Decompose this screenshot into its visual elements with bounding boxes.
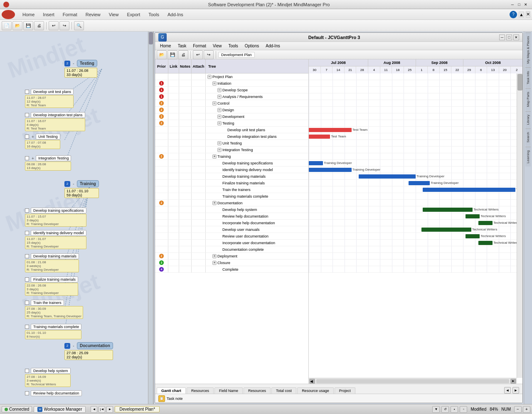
gt-expand-btn[interactable]: + (212, 201, 217, 205)
close-btn[interactable]: ✕ (523, 2, 529, 7)
vscroll-thumb[interactable] (517, 74, 522, 91)
gantt-tree-row[interactable]: 2−Control (155, 100, 308, 107)
status-view1-icon[interactable]: ▪ (451, 406, 458, 413)
task-label[interactable]: Develop training specifications (31, 208, 86, 213)
gantt-tree-row[interactable]: Develop unit test plans (155, 127, 308, 133)
task-help-system[interactable]: Develop help system 27.08 : 16.09 3 week… (25, 368, 71, 387)
hscroll-track[interactable] (316, 379, 509, 383)
task-label[interactable]: Develop help system (31, 368, 71, 374)
task-finalize-materials[interactable]: Finalize training materials 22.08 : 26.0… (25, 277, 78, 296)
tb-zoom-in[interactable]: 🔍 (74, 21, 84, 30)
tab-nav-left[interactable]: ◄ (504, 387, 511, 394)
cb-finalize[interactable] (25, 277, 29, 282)
testing-label[interactable]: Testing (77, 60, 97, 67)
gantt-close[interactable]: ✕ (513, 34, 519, 40)
task-integration-test-plans[interactable]: Develop integration test plans 11.07 : 1… (25, 112, 85, 131)
hscroll-btn-left[interactable]: ◄ (309, 379, 315, 384)
task-label[interactable]: Train the trainers (31, 300, 64, 306)
window-controls[interactable]: ─ □ ✕ (510, 2, 529, 7)
tb-print[interactable]: 🖨 (34, 21, 44, 30)
side-panel-mymaps[interactable]: My Maps & Places (525, 32, 531, 67)
nav-prev-tab[interactable]: ◄ (91, 406, 97, 413)
gantt-tree-row[interactable]: 1−Develop Scope (155, 87, 308, 93)
gt-expand-btn[interactable]: − (217, 141, 222, 145)
gantt-hscroll[interactable]: ◄ ► (309, 378, 517, 384)
gantt-tree-row[interactable]: 3+Closure (155, 260, 308, 266)
gantt-tree-row[interactable]: −Project Plan (155, 73, 308, 80)
gantt-tree-row[interactable]: 2−Development (155, 113, 308, 120)
gt-expand-btn[interactable]: − (217, 148, 222, 152)
gm-addins[interactable]: Add-Ins (262, 43, 283, 49)
training-node[interactable]: 2 - Training 11.07 : 01.10 59 day(s) (64, 180, 99, 198)
maximize-btn[interactable]: □ (516, 2, 522, 7)
task-train-spec[interactable]: Develop training specifications 11.07 : … (25, 208, 86, 227)
gantt-bar[interactable] (466, 234, 480, 238)
cb-delivery-model[interactable] (25, 231, 29, 235)
gt-expand-btn[interactable]: + (212, 254, 217, 258)
mm-scroll-thumb[interactable] (149, 32, 153, 44)
task-label[interactable]: Develop training materials (31, 253, 79, 259)
side-panel-mapparts[interactable]: Map Parts (525, 88, 531, 110)
gantt-tree-row[interactable]: Incorporate user documentation (155, 240, 308, 246)
gantt-tree-row[interactable]: Develop integration test plans (155, 133, 308, 140)
gantt-bar[interactable] (309, 161, 323, 165)
cb-int-testing[interactable] (25, 156, 29, 160)
tab-gantt-chart[interactable]: Gantt chart (157, 387, 186, 394)
gantt-tree-row[interactable]: Train the trainers (155, 186, 308, 193)
gantt-bars-area[interactable]: Test TeamTest TeamTraining DeveloperTrai… (309, 73, 522, 384)
gantt-tree-row[interactable]: Documentation complete (155, 246, 308, 253)
gt-btn1[interactable]: 📂 (157, 50, 167, 59)
gm-task[interactable]: Task (175, 43, 190, 49)
side-panel-learning[interactable]: Learning (525, 147, 531, 167)
gantt-tree-row[interactable]: Develop user manuals (155, 226, 308, 233)
gantt-bar[interactable] (409, 181, 430, 185)
ribbon-minimize[interactable]: ▲ (519, 12, 524, 17)
status-connected[interactable]: Connected (2, 406, 32, 412)
tb-new[interactable]: 📄 (2, 21, 12, 30)
task-label[interactable]: Develop unit test plans (31, 89, 74, 95)
gantt-minimize[interactable]: ─ (499, 34, 505, 40)
documentation-node[interactable]: 2 - Documentation 27.08 : 25.09 22 day(s… (64, 342, 113, 360)
cb-int-test[interactable] (25, 113, 29, 117)
menu-review[interactable]: Review (81, 11, 105, 18)
zoom-out-btn[interactable]: − (514, 406, 522, 413)
menu-home[interactable]: Home (18, 11, 39, 18)
tb-open[interactable]: 📂 (12, 21, 22, 30)
gt-expand-btn[interactable]: − (207, 75, 212, 79)
menu-export[interactable]: Export (123, 11, 144, 18)
gt-expand-btn[interactable]: − (212, 81, 217, 86)
mm-scrollbar[interactable] (148, 32, 153, 404)
gantt-tree-row[interactable]: 2−Testing (155, 120, 308, 127)
tab-project[interactable]: Project (335, 387, 355, 394)
hscroll-btn-right[interactable]: ► (510, 379, 516, 384)
gantt-tree-row[interactable]: 1−Initiation (155, 80, 308, 87)
gantt-bar[interactable] (309, 168, 352, 172)
gt-expand-btn[interactable]: − (217, 108, 222, 112)
tab-field-name[interactable]: Field Name (214, 387, 243, 394)
gantt-tree-row[interactable]: 2−Design (155, 107, 308, 113)
task-label[interactable]: Finalize training materials (31, 277, 78, 282)
gantt-bar[interactable] (478, 241, 493, 245)
unit-testing-expand[interactable]: + (31, 135, 35, 139)
gm-view[interactable]: View (209, 43, 225, 49)
cb-dev-materials[interactable] (25, 254, 29, 258)
gantt-tree-row[interactable]: Review help documentation (155, 213, 308, 220)
gantt-tree-row[interactable]: Review user documentation (155, 233, 308, 240)
gantt-tree-row[interactable]: Develop training specifications (155, 160, 308, 167)
task-unit-test-plans[interactable]: Develop unit test plans 11.07 : 28.07 12… (25, 89, 74, 108)
gantt-vscroll[interactable] (517, 73, 522, 378)
gantt-bar[interactable] (423, 208, 473, 212)
task-label[interactable]: Develop integration test plans (31, 112, 85, 118)
tab-resources-2[interactable]: Resources (244, 387, 271, 394)
task-train-trainers[interactable]: Train the trainers 27.08 : 30.09 25 day(… (25, 300, 83, 319)
tab-nav-right[interactable]: ► (512, 387, 519, 394)
task-materials-complete[interactable]: Training materials complete 01.10 : 01.1… (25, 324, 81, 339)
testing-collapse[interactable]: - (71, 61, 76, 66)
gantt-bar[interactable] (423, 188, 515, 192)
gm-options[interactable]: Options (241, 43, 262, 49)
gt-btn4[interactable]: ↩ (193, 50, 203, 59)
menu-view[interactable]: View (105, 11, 123, 18)
gt-expand-btn[interactable]: − (217, 121, 222, 125)
cb-unit-test[interactable] (25, 90, 29, 94)
gantt-tree-row[interactable]: 1−Analysis / Requirements (155, 93, 308, 100)
